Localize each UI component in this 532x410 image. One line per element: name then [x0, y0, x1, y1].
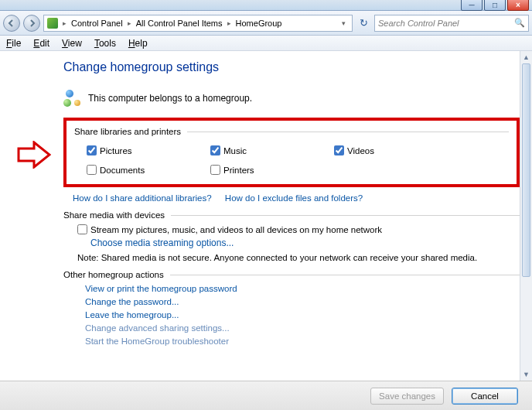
content-area: Change homegroup settings This computer …	[0, 51, 532, 391]
link-troubleshooter[interactable]: Start the HomeGroup troubleshooter	[85, 337, 520, 346]
link-advanced-sharing[interactable]: Change advanced sharing settings...	[85, 323, 520, 333]
checkbox-pictures-input[interactable]	[87, 145, 97, 155]
homegroup-icon	[63, 90, 80, 107]
link-leave-homegroup[interactable]: Leave the homegroup...	[85, 310, 520, 319]
refresh-button[interactable]: ↻	[356, 15, 371, 31]
checkbox-printers-input[interactable]	[210, 165, 220, 175]
cancel-button[interactable]: Cancel	[452, 388, 518, 405]
checkbox-documents-input[interactable]	[87, 165, 97, 175]
share-libraries-fieldset: Share libraries and printers Pictures Mu…	[63, 118, 520, 187]
nav-back-button[interactable]	[3, 15, 20, 32]
checkbox-videos-label: Videos	[347, 146, 374, 155]
help-links: How do I share additional libraries? How…	[63, 193, 520, 203]
actions-section: Other homegroup actions View or print th…	[63, 270, 520, 346]
breadcrumb-sep-icon: ▸	[60, 19, 70, 27]
menu-file[interactable]: File	[6, 38, 21, 49]
footer-bar: Save changes Cancel	[0, 381, 532, 410]
media-note: Note: Shared media is not secure. Anyone…	[77, 253, 520, 262]
nav-bar: ▸ Control Panel ▸ All Control Panel Item…	[0, 11, 532, 36]
media-legend: Share media with devices	[63, 210, 165, 220]
page-title: Change homegroup settings	[63, 60, 520, 74]
link-share-additional[interactable]: How do I share additional libraries?	[73, 193, 212, 203]
link-exclude[interactable]: How do I exclude files and folders?	[225, 193, 363, 203]
link-view-password[interactable]: View or print the homegroup password	[85, 284, 520, 293]
search-input[interactable]: Search Control Panel 🔍	[374, 15, 529, 32]
actions-legend: Other homegroup actions	[63, 270, 164, 279]
breadcrumb-sep-icon: ▸	[124, 19, 135, 27]
breadcrumb-item[interactable]: Control Panel	[70, 19, 124, 28]
checkbox-videos[interactable]: Videos	[334, 145, 458, 155]
checkbox-printers-label: Printers	[223, 166, 254, 175]
control-panel-icon	[47, 18, 58, 29]
checkbox-stream-label: Stream my pictures, music, and videos to…	[90, 225, 382, 234]
link-media-options[interactable]: Choose media streaming options...	[90, 237, 520, 248]
checkbox-stream[interactable]: Stream my pictures, music, and videos to…	[77, 224, 520, 234]
checkbox-stream-input[interactable]	[77, 224, 87, 234]
checkbox-pictures-label: Pictures	[100, 146, 132, 155]
breadcrumb-sep-icon: ▸	[224, 19, 234, 27]
nav-forward-button[interactable]	[23, 15, 40, 32]
window-close-button[interactable]: ×	[507, 0, 529, 11]
menu-help[interactable]: Help	[128, 38, 148, 49]
breadcrumb-item[interactable]: All Control Panel Items	[135, 19, 224, 28]
breadcrumb[interactable]: ▸ Control Panel ▸ All Control Panel Item…	[43, 15, 353, 32]
link-change-password[interactable]: Change the password...	[85, 297, 520, 306]
window-minimize-button[interactable]: ─	[461, 0, 483, 11]
search-icon: 🔍	[514, 18, 525, 28]
search-placeholder: Search Control Panel	[378, 19, 459, 28]
title-bar: ─ □ ×	[0, 0, 532, 11]
belongs-text: This computer belongs to a homegroup.	[88, 93, 252, 104]
breadcrumb-item[interactable]: HomeGroup	[234, 19, 284, 28]
belongs-row: This computer belongs to a homegroup.	[63, 90, 520, 107]
highlight-arrow-icon	[17, 141, 51, 169]
save-button[interactable]: Save changes	[370, 388, 444, 405]
menu-bar: File Edit View Tools Help	[0, 36, 532, 51]
checkbox-documents-label: Documents	[100, 166, 145, 175]
menu-view[interactable]: View	[62, 38, 82, 49]
checkbox-videos-input[interactable]	[334, 145, 344, 155]
share-libraries-legend: Share libraries and printers	[74, 127, 181, 136]
checkbox-music[interactable]: Music	[210, 145, 334, 155]
menu-tools[interactable]: Tools	[94, 38, 116, 49]
media-section: Share media with devices Stream my pictu…	[63, 210, 520, 262]
checkbox-music-input[interactable]	[210, 145, 220, 155]
checkbox-music-label: Music	[223, 146, 247, 155]
window-maximize-button[interactable]: □	[484, 0, 506, 11]
checkbox-printers[interactable]: Printers	[210, 165, 334, 175]
checkbox-documents[interactable]: Documents	[87, 165, 210, 175]
breadcrumb-dropdown-icon[interactable]: ▾	[339, 19, 349, 27]
menu-edit[interactable]: Edit	[33, 38, 49, 49]
checkbox-pictures[interactable]: Pictures	[87, 145, 210, 155]
